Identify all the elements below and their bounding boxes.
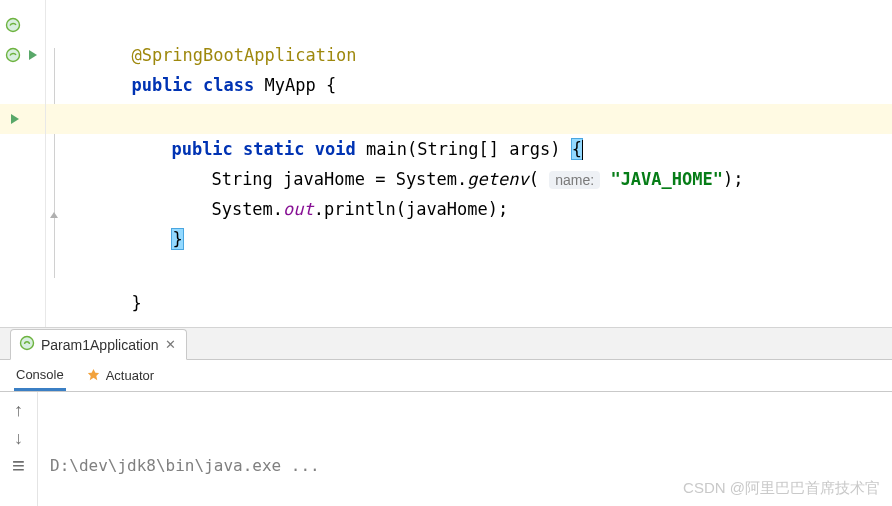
keyword-class: class (203, 75, 254, 95)
tab-actuator[interactable]: Actuator (84, 361, 156, 391)
spring-boot-icon (19, 335, 35, 354)
run-icon[interactable] (22, 44, 44, 66)
console-toolbar: ↑ ↓ ≡ (0, 392, 38, 506)
tab-label: Console (16, 367, 64, 382)
run-tab-bar: Param1Application ✕ (0, 328, 892, 360)
svg-point-2 (21, 337, 34, 350)
code-line[interactable]: public class MyApp { (46, 40, 892, 70)
console-line: D:\dev\jdk8\bin\java.exe ... (50, 452, 880, 480)
run-icon[interactable] (4, 108, 26, 130)
tab-console[interactable]: Console (14, 361, 66, 391)
close-icon[interactable]: ✕ (165, 337, 176, 352)
brace-matched: } (171, 228, 183, 250)
keyword-public: public (131, 75, 192, 95)
actuator-icon (86, 367, 101, 385)
run-sub-tabs: Console Actuator (0, 360, 892, 392)
code-editor: @SpringBootApplication public class MyAp… (0, 0, 892, 328)
spring-bean-icon[interactable] (2, 44, 24, 66)
scroll-up-icon[interactable]: ↑ (7, 398, 31, 422)
console-output[interactable]: D:\dev\jdk8\bin\java.exe ... D:\dev\jdk8 (38, 392, 892, 506)
editor-gutter (0, 0, 46, 327)
soft-wrap-icon[interactable]: ≡ (7, 454, 31, 478)
code-line-highlight[interactable]: public static void main(String[] args) { (46, 104, 892, 134)
svg-point-1 (7, 49, 20, 62)
code-line[interactable]: } (46, 194, 892, 224)
code-line[interactable]: } (46, 258, 892, 288)
code-line[interactable]: System.out.println(javaHome); (46, 164, 892, 194)
tab-label: Actuator (106, 368, 154, 383)
code-line[interactable]: String javaHome = System.getenv( name: "… (46, 134, 892, 164)
code-area[interactable]: @SpringBootApplication public class MyAp… (46, 0, 892, 327)
brace: } (131, 293, 141, 313)
scroll-down-icon[interactable]: ↓ (7, 426, 31, 450)
console-panel: ↑ ↓ ≡ D:\dev\jdk8\bin\java.exe ... D:\de… (0, 392, 892, 506)
brace: { (326, 75, 336, 95)
svg-point-0 (7, 19, 20, 32)
spring-bean-icon[interactable] (2, 14, 24, 36)
code-line[interactable]: @SpringBootApplication (46, 10, 892, 40)
class-name: MyApp (265, 75, 316, 95)
